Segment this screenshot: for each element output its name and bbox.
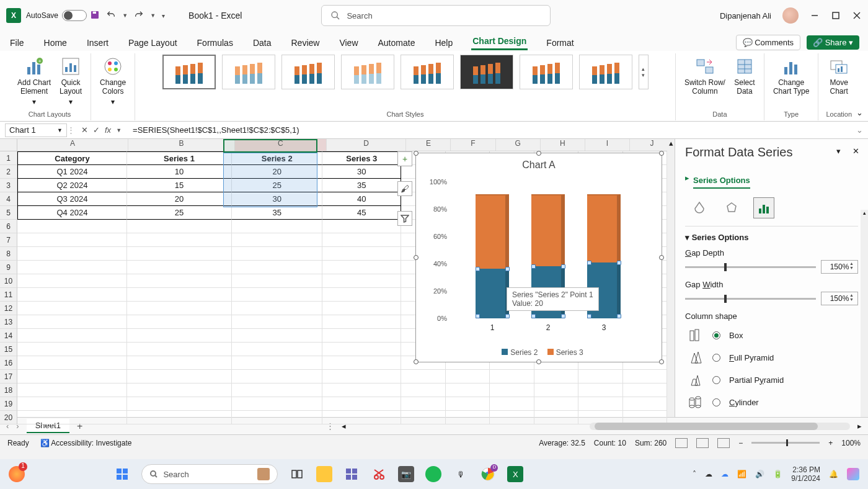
fill-line-tab-icon[interactable]: [689, 197, 710, 218]
cell[interactable]: [17, 288, 127, 302]
col-header-h[interactable]: H: [541, 139, 585, 151]
row-header-17[interactable]: 17: [0, 370, 17, 384]
chart-style-4[interactable]: [341, 55, 394, 89]
row-header-12[interactable]: 12: [0, 302, 17, 315]
gap-depth-slider[interactable]: [685, 266, 816, 268]
row-header-1[interactable]: 1: [0, 151, 17, 165]
row-header-7[interactable]: 7: [0, 233, 17, 247]
search-box[interactable]: Search: [321, 5, 551, 26]
autosave-toggle[interactable]: [62, 10, 87, 21]
shape-option-box[interactable]: Box: [685, 327, 858, 343]
switch-row-column-button[interactable]: Switch Row/ Column: [683, 55, 727, 97]
calculator-icon[interactable]: [343, 466, 360, 482]
cell[interactable]: [232, 397, 322, 411]
save-icon[interactable]: [90, 10, 100, 22]
series-options-dropdown-icon[interactable]: ▸: [685, 173, 689, 182]
col-header-a[interactable]: A: [17, 139, 128, 151]
cell[interactable]: [17, 343, 127, 356]
cell[interactable]: Series 1: [127, 151, 232, 165]
cell[interactable]: 40: [322, 192, 401, 206]
cell[interactable]: [623, 397, 667, 411]
cell[interactable]: [232, 220, 322, 233]
zoom-slider[interactable]: [751, 442, 820, 444]
battery-icon[interactable]: 🔋: [773, 470, 782, 478]
chart-filters-button[interactable]: [397, 211, 412, 226]
tab-insert[interactable]: Insert: [86, 35, 110, 50]
chart-styles-button[interactable]: 🖌: [397, 181, 412, 196]
cell[interactable]: [578, 384, 622, 397]
col-header-g[interactable]: G: [496, 139, 541, 151]
row-header-13[interactable]: 13: [0, 315, 17, 329]
effects-tab-icon[interactable]: [721, 197, 742, 218]
cell[interactable]: [232, 370, 322, 384]
redo-icon[interactable]: [134, 10, 144, 22]
gap-width-slider[interactable]: [685, 298, 816, 300]
cell[interactable]: [127, 384, 232, 397]
chart-title[interactable]: Chart A: [416, 159, 662, 171]
cell[interactable]: Q2 2024: [17, 179, 127, 192]
tab-file[interactable]: File: [9, 35, 25, 50]
row-header-16[interactable]: 16: [0, 356, 17, 370]
tab-view[interactable]: View: [338, 35, 359, 50]
chart-style-6[interactable]: [460, 55, 513, 89]
row-header-19[interactable]: 19: [0, 397, 17, 411]
zoom-out-icon[interactable]: −: [738, 439, 743, 447]
cell[interactable]: [127, 397, 232, 411]
cell[interactable]: [534, 397, 578, 411]
select-all-corner[interactable]: [0, 139, 17, 151]
gap-width-input[interactable]: 150%▲▼: [821, 292, 858, 305]
cell[interactable]: [127, 274, 232, 288]
cell[interactable]: [322, 397, 401, 411]
tab-formulas[interactable]: Formulas: [196, 35, 234, 50]
cell[interactable]: [17, 220, 127, 233]
cell[interactable]: 25: [232, 179, 322, 192]
comments-button[interactable]: 💬 Comments: [736, 35, 800, 50]
cell[interactable]: [446, 411, 490, 424]
wifi-icon[interactable]: 📶: [737, 470, 746, 478]
spotify-icon[interactable]: [425, 466, 441, 482]
hscroll-right-icon[interactable]: ▸: [857, 421, 862, 431]
row-header-4[interactable]: 4: [0, 192, 17, 206]
cell[interactable]: [446, 384, 490, 397]
cell[interactable]: [490, 411, 534, 424]
cell[interactable]: 15: [127, 179, 232, 192]
cell[interactable]: [578, 397, 622, 411]
cell[interactable]: Series 2: [232, 151, 322, 165]
col-header-e[interactable]: E: [406, 139, 451, 151]
cell[interactable]: [127, 233, 232, 247]
select-data-button[interactable]: Select Data: [733, 55, 756, 97]
cell[interactable]: [401, 411, 445, 424]
spreadsheet-grid[interactable]: A B C D E F G H I J 12345678910111213141…: [0, 139, 675, 417]
cell[interactable]: [623, 370, 667, 384]
formula-expand-icon[interactable]: ⌄: [856, 125, 863, 135]
cell[interactable]: [17, 370, 127, 384]
row-header-5[interactable]: 5: [0, 206, 17, 220]
zoom-level[interactable]: 100%: [841, 439, 861, 447]
cell[interactable]: [401, 370, 445, 384]
task-view-icon[interactable]: [289, 466, 305, 482]
cell[interactable]: 20: [232, 165, 322, 179]
cell[interactable]: [322, 343, 401, 356]
row-header-3[interactable]: 3: [0, 179, 17, 192]
move-chart-button[interactable]: Move Chart: [827, 55, 851, 97]
accessibility-status[interactable]: ♿ Accessibility: Investigate: [40, 439, 132, 447]
row-header-11[interactable]: 11: [0, 288, 17, 302]
cell[interactable]: [127, 315, 232, 329]
cell[interactable]: 45: [322, 206, 401, 220]
cell[interactable]: [446, 397, 490, 411]
cell[interactable]: [322, 370, 401, 384]
chart-legend[interactable]: Series 2 Series 3: [416, 348, 662, 357]
cell[interactable]: [127, 261, 232, 274]
copilot-icon[interactable]: [847, 468, 859, 480]
cell[interactable]: [232, 315, 322, 329]
row-header-15[interactable]: 15: [0, 343, 17, 356]
fx-icon[interactable]: fx: [105, 125, 111, 135]
camera-icon[interactable]: 📷: [398, 466, 414, 482]
pane-scrollbar[interactable]: ▴: [861, 210, 868, 417]
cell[interactable]: 35: [232, 206, 322, 220]
cell[interactable]: [127, 343, 232, 356]
cell[interactable]: Series 3: [322, 151, 401, 165]
add-chart-element-button[interactable]: + Add Chart Element▾: [16, 55, 52, 107]
cell[interactable]: Q4 2024: [17, 206, 127, 220]
row-header-9[interactable]: 9: [0, 261, 17, 274]
